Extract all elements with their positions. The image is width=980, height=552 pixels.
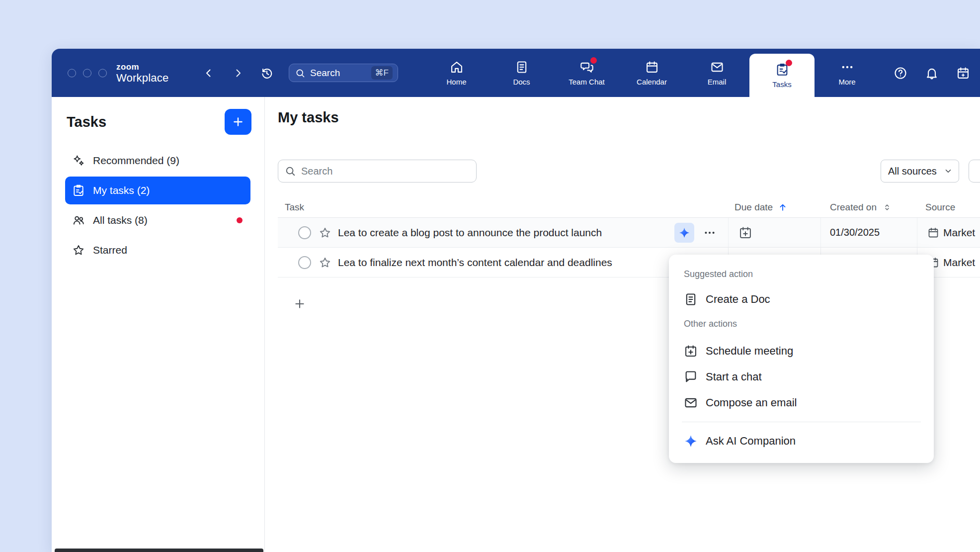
task-search-input[interactable] xyxy=(278,160,477,183)
nav-home[interactable]: Home xyxy=(424,49,489,97)
sources-filter-dropdown[interactable]: All sources xyxy=(881,160,959,183)
star-icon[interactable] xyxy=(319,256,331,269)
ai-companion-action-button[interactable] xyxy=(674,223,694,243)
top-navigation: Home Docs Team Chat Calendar xyxy=(424,49,880,97)
source-value: Market xyxy=(943,257,975,269)
page-title: My tasks xyxy=(278,109,339,126)
home-icon xyxy=(450,60,464,74)
zoom-workplace-logo: zoom Workplace xyxy=(116,62,168,84)
topbar-right-icons xyxy=(894,66,970,80)
app-window: zoom Workplace Search ⌘F xyxy=(52,49,980,552)
tasks-badge xyxy=(786,60,792,66)
sources-filter-label: All sources xyxy=(888,166,937,177)
notifications-bell-icon[interactable] xyxy=(925,66,939,80)
nav-tasks-label: Tasks xyxy=(772,80,791,89)
star-icon xyxy=(72,244,85,257)
topbar: zoom Workplace Search ⌘F xyxy=(52,49,980,97)
nav-team-chat-label: Team Chat xyxy=(569,78,605,86)
table-row[interactable]: Lea to create a blog post to announce th… xyxy=(278,218,980,248)
sidebar-item-label: My tasks (2) xyxy=(93,184,150,196)
menu-item-compose-email[interactable]: Compose an email xyxy=(681,390,922,416)
row-more-actions-icon[interactable] xyxy=(703,226,716,239)
sidebar-title: Tasks xyxy=(67,114,106,130)
menu-item-schedule-meeting[interactable]: Schedule meeting xyxy=(681,338,922,364)
due-date-cell xyxy=(729,218,821,247)
nav-docs[interactable]: Docs xyxy=(489,49,554,97)
sort-ascending-icon[interactable] xyxy=(778,202,788,212)
header-created-on[interactable]: Created on xyxy=(821,202,917,213)
sidebar-list: Recommended (9) My tasks (2) All tasks (… xyxy=(65,147,250,264)
menu-item-label: Start a chat xyxy=(706,370,762,383)
sidebar-header: Tasks xyxy=(52,97,264,135)
window-close-button[interactable] xyxy=(68,69,76,77)
nav-tasks[interactable]: Tasks xyxy=(749,54,815,97)
nav-more[interactable]: More xyxy=(815,49,880,97)
menu-item-label: Schedule meeting xyxy=(706,345,793,358)
search-icon xyxy=(295,68,305,78)
task-search xyxy=(278,160,477,183)
new-task-button[interactable] xyxy=(225,109,251,135)
suggested-actions-popup: Suggested action Create a Doc Other acti… xyxy=(669,255,934,463)
sidebar-item-label: Starred xyxy=(93,244,127,256)
window-maximize-button[interactable] xyxy=(98,69,107,77)
nav-calendar[interactable]: Calendar xyxy=(619,49,684,97)
docs-icon xyxy=(515,60,529,74)
nav-email[interactable]: Email xyxy=(684,49,749,97)
people-icon xyxy=(72,214,85,227)
plus-icon xyxy=(232,115,245,128)
search-shortcut-badge: ⌘F xyxy=(371,66,393,80)
menu-item-label: Create a Doc xyxy=(706,293,770,306)
sidebar-item-my-tasks[interactable]: My tasks (2) xyxy=(65,177,250,204)
task-cell: Lea to finalize next month’s content cal… xyxy=(278,248,729,277)
task-complete-radio[interactable] xyxy=(298,256,311,269)
header-created-on-label: Created on xyxy=(830,202,877,213)
sidebar-item-starred[interactable]: Starred xyxy=(65,236,250,264)
popup-section-label: Suggested action xyxy=(681,266,922,282)
sidebar-item-recommended[interactable]: Recommended (9) xyxy=(65,147,250,175)
back-button[interactable] xyxy=(203,67,215,79)
global-search-placeholder: Search xyxy=(310,68,340,79)
mini-calendar-icon[interactable] xyxy=(956,66,970,80)
nav-email-label: Email xyxy=(708,78,727,86)
task-title: Lea to finalize next month’s content cal… xyxy=(338,257,612,269)
ai-sparkle-icon xyxy=(684,434,698,448)
table-header-row: Task Due date Created on Source xyxy=(278,197,980,218)
star-icon[interactable] xyxy=(319,226,331,239)
add-task-row-button[interactable] xyxy=(293,297,306,310)
menu-item-label: Compose an email xyxy=(706,396,797,409)
sidebar-item-label: All tasks (8) xyxy=(93,214,148,226)
add-due-date-icon[interactable] xyxy=(738,226,752,240)
header-source: Source xyxy=(917,202,980,213)
header-task: Task xyxy=(278,202,729,213)
menu-item-start-chat[interactable]: Start a chat xyxy=(681,364,922,390)
created-on-value: 01/30/2025 xyxy=(830,227,880,238)
nav-more-label: More xyxy=(838,78,855,86)
history-icon[interactable] xyxy=(260,66,274,80)
sidebar-item-label: Recommended (9) xyxy=(93,155,179,167)
task-complete-radio[interactable] xyxy=(298,226,311,239)
calendar-plus-icon xyxy=(684,344,698,358)
help-icon[interactable] xyxy=(894,66,907,80)
source-calendar-icon xyxy=(927,227,939,239)
sparkle-icon xyxy=(72,154,85,167)
forward-button[interactable] xyxy=(232,67,244,79)
sort-toggle-icon[interactable] xyxy=(883,203,892,212)
clipped-toolbar-button[interactable] xyxy=(969,160,980,183)
tasks-sidebar: Tasks Recommended (9) xyxy=(52,97,265,552)
more-icon xyxy=(840,60,854,74)
header-due-date[interactable]: Due date xyxy=(729,202,821,213)
sidebar-item-all-tasks[interactable]: All tasks (8) xyxy=(65,206,250,234)
nav-calendar-label: Calendar xyxy=(637,78,667,86)
header-due-date-label: Due date xyxy=(735,202,773,213)
window-minimize-button[interactable] xyxy=(83,69,91,77)
logo-brand: zoom xyxy=(116,62,168,72)
menu-item-ask-ai-companion[interactable]: Ask AI Companion xyxy=(681,428,922,454)
task-check-icon xyxy=(72,184,85,197)
created-on-cell: 01/30/2025 xyxy=(821,218,917,247)
all-tasks-badge xyxy=(237,217,243,223)
menu-item-create-doc[interactable]: Create a Doc xyxy=(681,286,922,312)
bottom-scrollbar[interactable] xyxy=(55,549,263,552)
nav-team-chat[interactable]: Team Chat xyxy=(554,49,619,97)
global-search[interactable]: Search ⌘F xyxy=(289,64,398,82)
chevron-down-icon xyxy=(944,167,953,176)
